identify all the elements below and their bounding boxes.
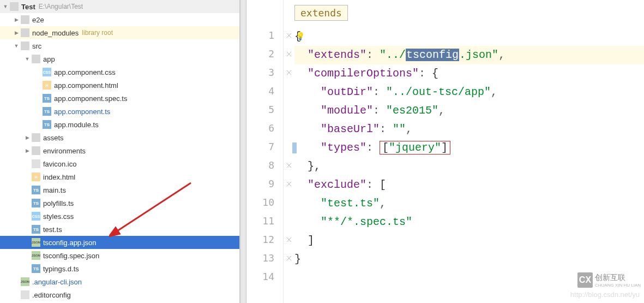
file-name-label: styles.css [43,212,74,221]
folder-icon [21,15,29,24]
line-number: 12 [246,230,274,249]
html-icon: H [43,81,51,90]
fold-marker[interactable] [284,26,294,45]
file-name-label: app [43,55,55,63]
fold-marker[interactable] [284,249,294,268]
tree-item[interactable]: ▶assets [0,131,239,144]
fold-marker[interactable] [284,212,294,230]
code-editor: extends 1234567891011121314 {💡 "extends"… [246,0,644,303]
line-number: 1 [246,26,274,45]
tree-item[interactable]: favicon.ico [0,157,239,170]
file-name-label: app.component.css [54,68,116,76]
expand-arrow-icon[interactable] [24,252,31,259]
fold-marker[interactable] [284,100,294,119]
tree-item[interactable]: ▶environments [0,144,239,157]
tree-item[interactable]: ▼TestE:\Angular\Test [0,0,239,13]
tree-item[interactable]: JSONtsconfig.spec.json [0,249,239,262]
fold-marker[interactable] [284,230,294,249]
tree-item[interactable]: CSSapp.component.css [0,66,239,79]
fold-marker[interactable] [284,63,294,82]
css-icon: CSS [43,68,51,76]
tree-item[interactable]: TSapp.module.ts [0,118,239,131]
file-name-label: typings.d.ts [43,265,79,273]
file-name-label: test.ts [43,225,62,234]
line-number: 3 [246,63,274,82]
watermark-url: http://blog.csdn.net/yu [570,290,640,299]
expand-arrow-icon[interactable] [24,226,31,233]
project-tree[interactable]: ▼TestE:\Angular\Test▶e2e▶node_moduleslib… [0,0,240,303]
file-name-label: Test [21,3,35,11]
tree-item[interactable]: TSmain.ts [0,183,239,197]
fold-marker[interactable] [284,193,294,212]
tree-item[interactable]: TSapp.component.ts [0,105,239,118]
file-name-label: app.component.ts [54,108,110,116]
fold-marker[interactable] [284,119,294,138]
expand-arrow-icon[interactable] [24,265,31,272]
file-name-label: node_modules [32,29,79,37]
tree-item[interactable]: ▼app [0,52,239,66]
intention-bulb-icon[interactable]: 💡 [296,27,305,46]
breadcrumb-item[interactable]: extends [294,5,348,21]
expand-arrow-icon[interactable]: ▼ [24,56,31,62]
fold-marker[interactable] [284,156,294,175]
file-name-label: .angular-cli.json [32,278,82,286]
html-icon: H [32,173,40,181]
folder-icon [32,133,40,142]
expand-arrow-icon[interactable] [35,95,41,102]
tree-item[interactable]: TSapp.component.spec.ts [0,92,239,105]
expand-arrow-icon[interactable] [24,187,31,193]
code-area[interactable]: {💡 "extends": "../tsconfig.json", "compi… [294,0,644,303]
json-icon: JSON [32,238,40,247]
tree-item[interactable]: JSONtsconfig.app.json [0,236,239,249]
expand-arrow-icon[interactable]: ▼ [13,43,20,49]
folder-icon [21,41,29,50]
ts-icon: TS [43,94,51,103]
expand-arrow-icon[interactable] [13,278,20,285]
tree-item[interactable]: CSSstyles.css [0,210,239,223]
expand-arrow-icon[interactable]: ▶ [24,147,31,154]
expand-arrow-icon[interactable] [24,200,31,206]
line-number: 6 [246,119,274,138]
expand-arrow-icon[interactable]: ▼ [2,3,9,10]
pane-divider[interactable] [240,0,246,303]
file-name-label: tsconfig.spec.json [43,252,99,260]
line-number: 5 [246,100,274,119]
expand-arrow-icon[interactable] [13,292,20,298]
file-icon [21,290,29,299]
expand-arrow-icon[interactable] [35,69,41,75]
tree-item[interactable]: Happ.component.html [0,79,239,92]
expand-arrow-icon[interactable] [35,121,41,128]
expand-arrow-icon[interactable] [24,174,31,180]
expand-arrow-icon[interactable]: ▶ [13,16,20,23]
expand-arrow-icon[interactable]: ▶ [13,29,20,36]
expand-arrow-icon[interactable] [24,213,31,219]
file-name-label: src [32,42,41,50]
expand-arrow-icon[interactable]: ▶ [24,134,31,141]
expand-arrow-icon[interactable] [24,161,31,167]
expand-arrow-icon[interactable] [24,239,31,246]
file-name-label: e2e [32,16,44,24]
tree-item[interactable]: JSON.angular-cli.json [0,275,239,288]
css-icon: CSS [32,212,40,221]
file-name-label: assets [43,134,64,142]
fold-marker[interactable] [284,45,294,63]
tree-item[interactable]: ▶node_moduleslibrary root [0,26,239,39]
library-label: library root [82,29,113,37]
fold-marker[interactable] [284,268,294,286]
folder-icon [21,28,29,37]
tree-item[interactable]: Hindex.html [0,170,239,183]
line-number: 7 [246,138,274,156]
tree-item[interactable]: ▼src [0,39,239,52]
caret-marker [292,142,297,153]
tree-item[interactable]: TStypings.d.ts [0,262,239,275]
line-number: 11 [246,212,274,230]
tree-item[interactable]: ▶e2e [0,13,239,26]
expand-arrow-icon[interactable] [35,108,41,115]
fold-marker[interactable] [284,175,294,193]
tree-item[interactable]: .editorconfig [0,288,239,301]
fold-marker[interactable] [284,82,294,100]
tree-item[interactable]: TSpolyfills.ts [0,197,239,210]
line-number: 9 [246,175,274,193]
expand-arrow-icon[interactable] [35,82,41,88]
tree-item[interactable]: TStest.ts [0,223,239,236]
